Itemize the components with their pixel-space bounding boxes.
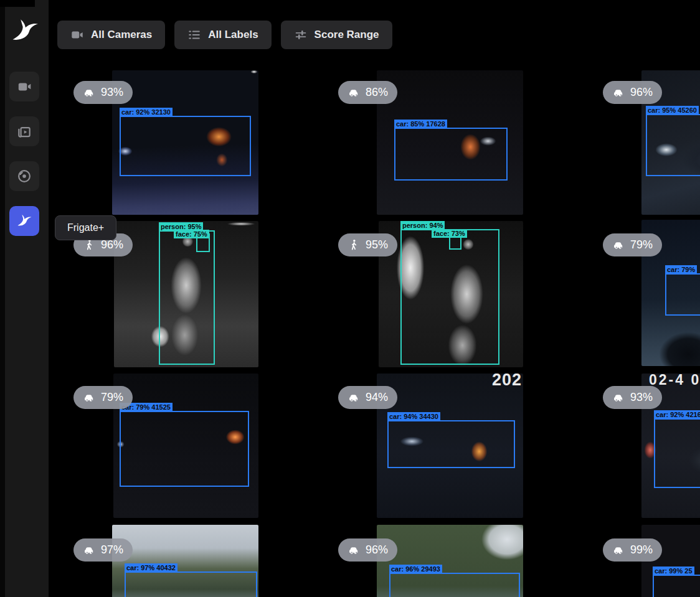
detection-card[interactable]: 93% car: 92% 32130 xyxy=(65,65,330,218)
timestamp-overlay: 02-4 03 0 xyxy=(649,374,700,388)
car-icon xyxy=(612,391,625,404)
score-badge-value: 94% xyxy=(366,391,388,404)
score-badge: 97% xyxy=(73,538,133,562)
frigate-logo-icon xyxy=(10,16,40,46)
score-badge-value: 93% xyxy=(101,86,123,99)
sidebar-item-review[interactable] xyxy=(9,116,39,146)
car-icon xyxy=(612,543,625,557)
score-badge-value: 95% xyxy=(366,238,388,251)
bounding-box: car: 96% 29493 xyxy=(389,573,520,597)
bounding-box-label: car: 97% 40432 xyxy=(125,563,177,572)
window-corner xyxy=(0,0,35,7)
snapshot-image: person: 94%face: 73% xyxy=(379,221,523,367)
snapshot-image: car: 79% 41525 xyxy=(113,374,258,518)
sidebar-nav xyxy=(9,72,39,236)
list-icon xyxy=(187,28,201,42)
score-badge: 94% xyxy=(338,386,397,409)
all-labels-label: All Labels xyxy=(208,29,258,41)
score-badge: 95% xyxy=(338,233,397,256)
main-content: All Cameras All Labels Score Range xyxy=(49,0,700,597)
timestamp-overlay: 202 xyxy=(492,374,522,390)
sidebar-item-live[interactable] xyxy=(9,72,39,101)
car-icon xyxy=(612,86,625,99)
snapshot-image: car: 97% 40432 xyxy=(112,525,258,597)
score-badge-value: 93% xyxy=(630,391,653,404)
frigate-plus-tooltip: Frigate+ xyxy=(55,215,116,240)
filter-toolbar: All Cameras All Labels Score Range xyxy=(57,21,392,49)
score-badge: 96% xyxy=(338,538,397,562)
car-icon xyxy=(83,543,96,557)
snapshot-image: car: 92% 32130 xyxy=(112,70,258,215)
score-badge-value: 96% xyxy=(630,86,653,99)
score-badge-value: 99% xyxy=(630,543,653,557)
snapshot-grid: 93% car: 92% 32130 86% car: 85% 17628 xyxy=(65,65,700,597)
detection-card[interactable]: 96% car: 96% 29493 xyxy=(330,523,595,597)
camera-icon xyxy=(16,78,32,95)
score-badge: 79% xyxy=(603,233,662,256)
bounding-box-label: face: 73% xyxy=(432,229,467,238)
bounding-box-label: face: 75% xyxy=(174,230,209,238)
bounding-box-label: car: 85% 17628 xyxy=(394,120,447,128)
bounding-box: car: 79% 41525 xyxy=(120,411,249,487)
car-icon xyxy=(612,238,625,251)
bounding-box: face: 73% xyxy=(449,233,461,250)
score-badge: 99% xyxy=(603,538,662,562)
car-icon xyxy=(348,543,361,557)
car-icon xyxy=(83,86,96,99)
bounding-box: car: 92% 32130 xyxy=(120,116,251,176)
bounding-box: car: 79% xyxy=(665,273,700,316)
bounding-box: car: 99% 25 xyxy=(653,575,700,597)
score-badge: 93% xyxy=(603,386,662,409)
bounding-box-label: car: 99% 25 xyxy=(653,566,694,575)
detection-card[interactable]: 86% car: 85% 17628 xyxy=(330,65,595,218)
detection-card[interactable]: 96% car: 95% 45260 xyxy=(595,65,700,218)
person-icon xyxy=(348,238,361,251)
sidebar-item-frigate-plus[interactable] xyxy=(9,206,39,236)
score-badge: 96% xyxy=(603,81,662,104)
score-badge-value: 86% xyxy=(366,86,388,99)
all-cameras-button[interactable]: All Cameras xyxy=(57,21,165,49)
detection-card[interactable]: 97% car: 97% 40432 xyxy=(65,523,330,597)
sidebar xyxy=(0,0,49,597)
record-icon xyxy=(16,168,32,184)
bounding-box: face: 75% xyxy=(196,233,210,252)
bounding-box: car: 85% 17628 xyxy=(394,128,508,181)
snapshot-image: 202 car: 94% 34430 xyxy=(377,374,523,518)
bounding-box-label: car: 79% xyxy=(665,265,697,274)
bounding-box: car: 97% 40432 xyxy=(125,571,257,597)
camera-icon xyxy=(70,28,84,42)
score-badge: 86% xyxy=(338,81,397,104)
detection-card[interactable]: 95% person: 94%face: 73% xyxy=(330,218,595,370)
review-icon xyxy=(16,123,32,139)
sidebar-item-export[interactable] xyxy=(9,161,39,191)
score-badge-value: 96% xyxy=(101,238,123,251)
snapshot-image: car: 96% 29493 xyxy=(377,525,523,597)
frigate-plus-bird-icon xyxy=(16,213,32,229)
all-cameras-label: All Cameras xyxy=(91,29,152,41)
detection-card[interactable]: 79% car: 79% xyxy=(595,218,700,370)
car-icon xyxy=(348,86,361,99)
bounding-box-label: person: 94% xyxy=(400,221,445,230)
score-range-button[interactable]: Score Range xyxy=(281,21,392,49)
sliders-icon xyxy=(294,28,308,42)
detection-card[interactable]: 79% car: 79% 41525 xyxy=(65,370,330,523)
score-badge: 79% xyxy=(73,386,133,409)
snapshot-image: car: 85% 17628 xyxy=(377,70,523,215)
bounding-box-label: car: 96% 29493 xyxy=(389,565,442,573)
all-labels-button[interactable]: All Labels xyxy=(174,21,271,49)
window-edge xyxy=(0,0,5,597)
bounding-box: car: 95% 45260 xyxy=(646,114,700,176)
detection-card[interactable]: 99% car: 99% 25 xyxy=(595,523,700,597)
detection-card[interactable]: 93% 02-4 03 0 car: 92% 4216 xyxy=(595,370,700,523)
detection-card[interactable]: 96% person: 95%face: 75% xyxy=(65,218,330,370)
car-icon xyxy=(83,391,96,404)
car-icon xyxy=(348,391,361,404)
score-badge-value: 79% xyxy=(101,391,123,404)
bounding-box-label: car: 95% 45260 xyxy=(646,106,699,115)
detection-card[interactable]: 94% 202 car: 94% 34430 xyxy=(330,370,595,523)
score-badge: 93% xyxy=(73,81,133,104)
score-badge-value: 79% xyxy=(630,238,653,251)
bounding-box: car: 92% 4216 xyxy=(654,418,700,488)
person-icon xyxy=(83,238,96,251)
bounding-box-label: car: 92% 32130 xyxy=(120,108,173,116)
